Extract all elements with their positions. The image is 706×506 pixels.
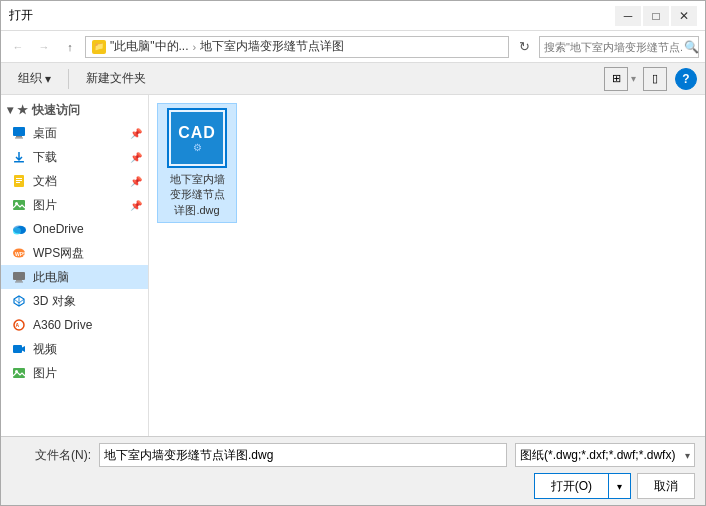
main-area: ▾ ★ 快速访问 桌面 📌 下载 📌 [1, 95, 705, 436]
file-item-dwg[interactable]: CAD ⚙ 地下室内墙变形缝节点详图.dwg [157, 103, 237, 223]
svg-rect-21 [13, 368, 25, 378]
onedrive-icon [11, 221, 27, 237]
path-separator: › [193, 41, 197, 53]
view-arrow[interactable]: ▾ [631, 73, 636, 84]
close-button[interactable]: ✕ [671, 6, 697, 26]
grid-view-button[interactable]: ⊞ [604, 67, 628, 91]
cad-icon-text: CAD [178, 124, 216, 142]
sidebar-item-pictures[interactable]: 图片 📌 [1, 193, 148, 217]
file-label: 地下室内墙变形缝节点详图.dwg [170, 172, 225, 218]
filename-input[interactable] [99, 443, 507, 467]
filetype-select[interactable]: 图纸(*.dwg;*.dxf;*.dwf;*.dwfx) ▾ [515, 443, 695, 467]
quick-access-label: 快速访问 [32, 102, 80, 119]
cad-file-icon: CAD ⚙ [167, 108, 227, 168]
sidebar-item-pictures2[interactable]: 图片 [1, 361, 148, 385]
path-segment-1: "此电脑"中的... [110, 38, 189, 55]
search-icon[interactable]: 🔍 [684, 40, 699, 54]
filetype-arrow: ▾ [685, 450, 690, 461]
downloads-pin: 📌 [130, 152, 142, 163]
videos-icon [11, 341, 27, 357]
svg-rect-5 [16, 178, 22, 179]
svg-rect-1 [16, 136, 22, 138]
pane-view-icon: ▯ [652, 72, 658, 85]
svg-rect-17 [15, 282, 23, 283]
sidebar-item-this-pc[interactable]: 此电脑 [1, 265, 148, 289]
svg-rect-16 [16, 280, 22, 282]
3d-icon [11, 293, 27, 309]
downloads-label: 下载 [33, 149, 57, 166]
toolbar: 组织 ▾ 新建文件夹 ⊞ ▾ ▯ ? [1, 63, 705, 95]
sidebar-item-desktop[interactable]: 桌面 📌 [1, 121, 148, 145]
open-button[interactable]: 打开(O) [534, 473, 609, 499]
sidebar-item-downloads[interactable]: 下载 📌 [1, 145, 148, 169]
svg-rect-20 [13, 345, 22, 353]
grid-view-icon: ⊞ [612, 72, 621, 85]
documents-pin: 📌 [130, 176, 142, 187]
file-area: CAD ⚙ 地下室内墙变形缝节点详图.dwg [149, 95, 705, 436]
svg-rect-8 [13, 200, 25, 210]
organize-label: 组织 [18, 70, 42, 87]
pictures2-label: 图片 [33, 365, 57, 382]
videos-label: 视频 [33, 341, 57, 358]
path-segment-2: 地下室内墙变形缝节点详图 [200, 38, 344, 55]
sidebar-item-wps[interactable]: WPS WPS网盘 [1, 241, 148, 265]
svg-rect-3 [14, 161, 24, 163]
this-pc-icon [11, 269, 27, 285]
svg-rect-6 [16, 180, 22, 181]
sidebar-item-3d[interactable]: 3D 对象 [1, 289, 148, 313]
back-button[interactable]: ← [7, 36, 29, 58]
svg-text:WPS: WPS [15, 251, 27, 257]
address-path[interactable]: 📁 "此电脑"中的... › 地下室内墙变形缝节点详图 [85, 36, 509, 58]
maximize-button[interactable]: □ [643, 6, 669, 26]
pictures-icon [11, 197, 27, 213]
svg-text:A: A [16, 322, 20, 328]
filename-label: 文件名(N): [11, 447, 91, 464]
sidebar-item-videos[interactable]: 视频 [1, 337, 148, 361]
open-dropdown-button[interactable]: ▾ [609, 473, 631, 499]
cancel-button[interactable]: 取消 [637, 473, 695, 499]
documents-label: 文档 [33, 173, 57, 190]
pictures-pin: 📌 [130, 200, 142, 211]
desktop-pin: 📌 [130, 128, 142, 139]
action-row: 打开(O) ▾ 取消 [11, 473, 695, 499]
documents-icon [11, 173, 27, 189]
sidebar-item-onedrive[interactable]: OneDrive [1, 217, 148, 241]
open-dialog: 打开 ─ □ ✕ ← → ↑ 📁 "此电脑"中的... › 地下室内墙变形缝节点… [0, 0, 706, 506]
pictures2-icon [11, 365, 27, 381]
quick-access-arrow: ▾ [7, 103, 13, 117]
sidebar: ▾ ★ 快速访问 桌面 📌 下载 📌 [1, 95, 149, 436]
minimize-button[interactable]: ─ [615, 6, 641, 26]
pictures-label: 图片 [33, 197, 57, 214]
organize-button[interactable]: 组织 ▾ [9, 67, 60, 91]
search-box[interactable]: 🔍 [539, 36, 699, 58]
up-button[interactable]: ↑ [59, 36, 81, 58]
bottom-bar: 文件名(N): 图纸(*.dwg;*.dxf;*.dwf;*.dwfx) ▾ 打… [1, 436, 705, 505]
svg-rect-0 [13, 127, 25, 136]
this-pc-label: 此电脑 [33, 269, 69, 286]
filetype-value: 图纸(*.dwg;*.dxf;*.dwf;*.dwfx) [520, 447, 675, 464]
view-buttons: ⊞ ▾ ▯ [604, 67, 667, 91]
a360-icon: A [11, 317, 27, 333]
folder-icon: 📁 [92, 40, 106, 54]
cad-icon-gear: ⚙ [193, 142, 202, 153]
refresh-button[interactable]: ↻ [513, 36, 535, 58]
dialog-title: 打开 [9, 7, 615, 24]
desktop-label: 桌面 [33, 125, 57, 142]
sidebar-item-documents[interactable]: 文档 📌 [1, 169, 148, 193]
3d-label: 3D 对象 [33, 293, 76, 310]
forward-button[interactable]: → [33, 36, 55, 58]
title-bar-controls: ─ □ ✕ [615, 6, 697, 26]
new-folder-button[interactable]: 新建文件夹 [77, 67, 155, 91]
sidebar-item-a360[interactable]: A A360 Drive [1, 313, 148, 337]
quick-access-star: ★ [17, 103, 28, 117]
quick-access-header[interactable]: ▾ ★ 快速访问 [1, 99, 148, 121]
wps-icon: WPS [11, 245, 27, 261]
toolbar-separator [68, 69, 69, 89]
svg-rect-2 [15, 138, 23, 139]
downloads-icon [11, 149, 27, 165]
filename-row: 文件名(N): 图纸(*.dwg;*.dxf;*.dwf;*.dwfx) ▾ [11, 443, 695, 467]
search-input[interactable] [544, 41, 682, 53]
wps-label: WPS网盘 [33, 245, 84, 262]
pane-view-button[interactable]: ▯ [643, 67, 667, 91]
help-button[interactable]: ? [675, 68, 697, 90]
